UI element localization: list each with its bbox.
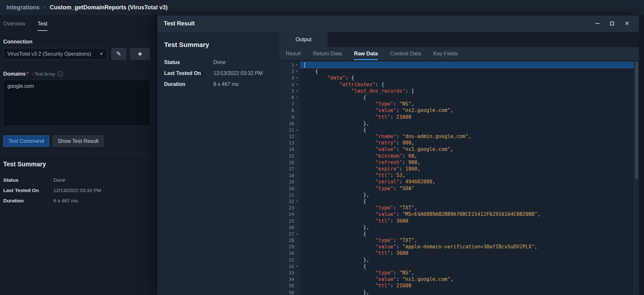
- fold-toggle-icon[interactable]: ▾: [294, 263, 300, 270]
- subtab-return-data[interactable]: Return Data: [313, 47, 342, 60]
- line-number[interactable]: 11: [284, 127, 294, 133]
- fold-toggle-icon[interactable]: ▾: [294, 75, 300, 81]
- code-line[interactable]: 23 "type": "TXT",: [279, 205, 634, 211]
- line-gutter[interactable]: 26: [279, 224, 300, 231]
- line-number[interactable]: 35: [284, 282, 294, 289]
- code-line[interactable]: 27▾ {: [279, 231, 634, 237]
- code-line[interactable]: 2▾ {: [279, 68, 634, 75]
- scrollbar-thumb[interactable]: [635, 61, 638, 179]
- line-number[interactable]: 9: [284, 114, 294, 120]
- line-gutter[interactable]: 4▾: [279, 81, 300, 88]
- code-line[interactable]: 5▾ "last_dns_records": [: [279, 88, 634, 94]
- line-number[interactable]: 19: [284, 179, 294, 185]
- line-number[interactable]: 13: [284, 140, 294, 146]
- code-viewport[interactable]: 1▾[2▾ {3▾ "data": {4▾ "attributes": {5▾ …: [279, 60, 634, 295]
- tab-test[interactable]: Test: [38, 21, 47, 31]
- connection-select[interactable]: VirusTotal v3 2 (Security Operations) ▼: [3, 48, 107, 60]
- line-number[interactable]: 15: [284, 153, 294, 159]
- code-line[interactable]: 6▾ {: [279, 94, 634, 101]
- line-gutter[interactable]: 20: [279, 185, 300, 192]
- line-number[interactable]: 34: [284, 276, 294, 282]
- line-number[interactable]: 3: [284, 75, 294, 81]
- fold-toggle-icon[interactable]: ▾: [294, 94, 300, 101]
- tab-output[interactable]: Output: [279, 32, 328, 47]
- line-number[interactable]: 4: [284, 81, 294, 88]
- code-line[interactable]: 9 "ttl": 21600: [279, 114, 634, 120]
- show-test-result-button[interactable]: Show Test Result: [52, 135, 104, 147]
- line-gutter[interactable]: 2▾: [279, 68, 300, 75]
- line-number[interactable]: 16: [284, 159, 294, 166]
- code-line[interactable]: 35 "ttl": 21600: [279, 282, 634, 289]
- line-number[interactable]: 18: [284, 172, 294, 179]
- line-gutter[interactable]: 22▾: [279, 198, 300, 205]
- code-line[interactable]: 28 "type": "TXT",: [279, 237, 634, 244]
- line-number[interactable]: 33: [284, 270, 294, 276]
- code-line[interactable]: 13 "retry": 900,: [279, 140, 634, 146]
- line-gutter[interactable]: 28: [279, 237, 300, 244]
- tab-overview[interactable]: Overview: [3, 21, 25, 31]
- line-gutter[interactable]: 29: [279, 244, 300, 250]
- test-command-button[interactable]: Test Command: [3, 135, 49, 147]
- line-number[interactable]: 32: [284, 263, 294, 270]
- code-line[interactable]: 8 "value": "ns2.google.com",: [279, 107, 634, 114]
- line-gutter[interactable]: 24: [279, 211, 300, 217]
- code-line[interactable]: 15 "minimum": 60,: [279, 153, 634, 159]
- code-line[interactable]: 24 "value": "MS=E4A68B9AB2BB9670BCE15412…: [279, 211, 634, 217]
- code-line[interactable]: 34 "value": "ns1.google.com",: [279, 276, 634, 282]
- line-gutter[interactable]: 17: [279, 166, 300, 172]
- subtab-raw-data[interactable]: Raw Data: [354, 47, 378, 60]
- fold-toggle-icon[interactable]: ▾: [294, 88, 300, 94]
- code-line[interactable]: 3▾ "data": {: [279, 75, 634, 81]
- edit-connection-button[interactable]: ✎: [111, 48, 126, 60]
- line-number[interactable]: 25: [284, 218, 294, 224]
- fold-toggle-icon[interactable]: ▾: [294, 198, 300, 205]
- code-line[interactable]: 29 "value": "apple-domain-verification=3…: [279, 244, 634, 250]
- line-number[interactable]: 31: [284, 257, 294, 263]
- line-number[interactable]: 22: [284, 198, 294, 205]
- line-gutter[interactable]: 33: [279, 270, 300, 276]
- code-line[interactable]: 4▾ "attributes": {: [279, 81, 634, 88]
- line-gutter[interactable]: 7: [279, 101, 300, 107]
- line-gutter[interactable]: 21: [279, 192, 300, 198]
- line-gutter[interactable]: 5▾: [279, 88, 300, 94]
- line-gutter[interactable]: 32▾: [279, 263, 300, 270]
- line-gutter[interactable]: 19: [279, 179, 300, 185]
- line-number[interactable]: 8: [284, 107, 294, 114]
- line-gutter[interactable]: 13: [279, 140, 300, 146]
- code-line[interactable]: 17 "expire": 1800,: [279, 166, 634, 172]
- code-line[interactable]: 26 },: [279, 224, 634, 231]
- info-icon[interactable]: i: [58, 71, 63, 77]
- code-line[interactable]: 25 "ttl": 3600: [279, 218, 634, 224]
- line-gutter[interactable]: 18: [279, 172, 300, 179]
- line-gutter[interactable]: 12: [279, 133, 300, 140]
- add-connection-button[interactable]: +: [130, 48, 150, 60]
- line-gutter[interactable]: 35: [279, 282, 300, 289]
- code-line[interactable]: 22▾ {: [279, 198, 634, 205]
- line-gutter[interactable]: 15: [279, 153, 300, 159]
- minimize-button[interactable]: [592, 18, 603, 29]
- code-line[interactable]: 31 },: [279, 257, 634, 263]
- line-gutter[interactable]: 16: [279, 159, 300, 166]
- line-number[interactable]: 29: [284, 244, 294, 250]
- line-gutter[interactable]: 36: [279, 289, 300, 295]
- line-gutter[interactable]: 14: [279, 146, 300, 152]
- close-button[interactable]: ✕: [621, 18, 632, 29]
- code-line[interactable]: 11▾ {: [279, 127, 634, 133]
- code-line[interactable]: 32▾ {: [279, 263, 634, 270]
- fold-toggle-icon[interactable]: ▾: [294, 231, 300, 237]
- line-gutter[interactable]: 34: [279, 276, 300, 282]
- line-number[interactable]: 21: [284, 192, 294, 198]
- line-number[interactable]: 7: [284, 101, 294, 107]
- code-line[interactable]: 30 "ttl": 3600: [279, 250, 634, 256]
- code-line[interactable]: 1▾[: [279, 62, 634, 68]
- fold-toggle-icon[interactable]: ▾: [294, 68, 300, 75]
- breadcrumb-integrations-link[interactable]: Integrations: [6, 4, 40, 11]
- subtab-result[interactable]: Result: [286, 47, 301, 60]
- line-number[interactable]: 26: [284, 224, 294, 231]
- code-line[interactable]: 7 "type": "NS",: [279, 101, 634, 107]
- code-line[interactable]: 19 "serial": 494682080,: [279, 179, 634, 185]
- line-number[interactable]: 1: [284, 62, 294, 68]
- maximize-button[interactable]: [607, 18, 618, 29]
- code-line[interactable]: 16 "refresh": 900,: [279, 159, 634, 166]
- line-number[interactable]: 17: [284, 166, 294, 172]
